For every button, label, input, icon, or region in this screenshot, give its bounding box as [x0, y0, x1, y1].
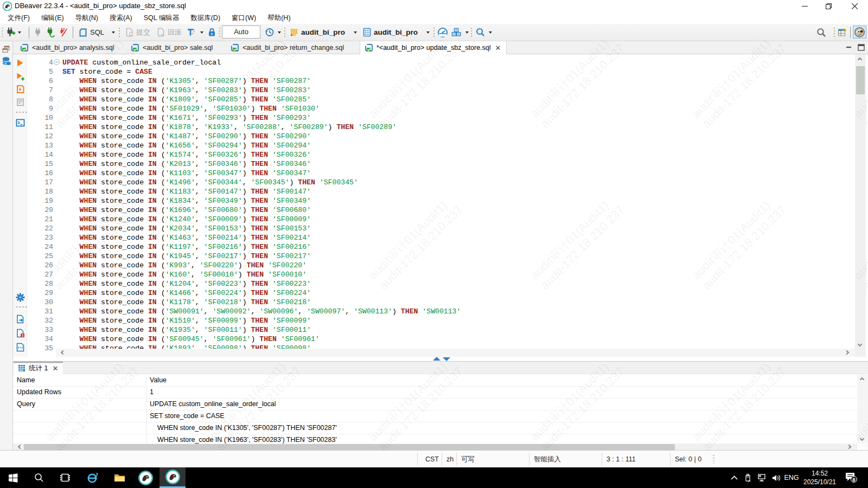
search-icon[interactable]: [816, 24, 827, 41]
statistics-tab-close-icon[interactable]: ✕: [52, 365, 58, 372]
tray-language[interactable]: ENG: [783, 467, 800, 488]
menu-item-6[interactable]: 窗口(W): [226, 12, 262, 24]
maximize-view-icon[interactable]: [858, 44, 865, 51]
window-minimize-button[interactable]: [795, 0, 814, 12]
ruler-overflow-dots[interactable]: ····: [16, 303, 24, 311]
dbeaver-taskbar-icon[interactable]: [132, 467, 158, 488]
execute-statement-icon[interactable]: [16, 59, 24, 67]
notification-center-icon[interactable]: 8: [840, 467, 863, 488]
tab-close-icon[interactable]: ✕: [495, 44, 501, 52]
editor-results-sash[interactable]: [13, 357, 868, 361]
editor-tab-2[interactable]: <audit_bi_pro> return_change.sql: [226, 41, 349, 54]
menu-item-7[interactable]: 帮助(H): [262, 12, 296, 24]
minimize-view-icon[interactable]: [846, 44, 852, 50]
execute-script-icon[interactable]: [16, 85, 24, 93]
results-vertical-scrollbar[interactable]: [857, 375, 868, 444]
menu-item-5[interactable]: 数据库(D): [185, 12, 226, 24]
fold-marker[interactable]: −: [54, 59, 60, 65]
internet-explorer-icon[interactable]: [79, 467, 105, 488]
dbeaver-taskbar-icon-active[interactable]: [159, 467, 186, 488]
user-avatar[interactable]: [853, 25, 866, 38]
reconnect-button[interactable]: [46, 24, 56, 41]
editor-tab-3-active[interactable]: *<audit_bi_pro> update_sbz_store.sql✕: [360, 41, 507, 54]
disconnect-button[interactable]: [59, 24, 68, 41]
column-divider[interactable]: [146, 375, 147, 444]
column-header-value[interactable]: Value: [150, 375, 167, 387]
file-explorer-icon[interactable]: [106, 467, 132, 488]
start-button[interactable]: [0, 467, 26, 488]
menu-item-0[interactable]: 文件(F): [0, 12, 35, 24]
schema-selector-dropdown[interactable]: [426, 31, 430, 34]
results-row-2[interactable]: SET store_code = CASE: [13, 410, 868, 422]
scroll-right-arrow[interactable]: [843, 349, 854, 356]
scroll-down-arrow[interactable]: [857, 436, 868, 443]
open-terminal-icon[interactable]: [16, 118, 24, 127]
scroll-up-arrow[interactable]: [857, 375, 868, 382]
results-row-1[interactable]: QueryUPDATE custom_online_sale_order_loc…: [13, 399, 868, 410]
restore-views-icon[interactable]: [2, 46, 10, 53]
transaction-mode-button[interactable]: [187, 24, 203, 41]
editor-tab-1[interactable]: <audit_bi_pro> sale.sql: [126, 41, 218, 54]
menu-item-2[interactable]: 导航(N): [69, 12, 104, 24]
execute-new-tab-icon[interactable]: [16, 72, 24, 81]
toolbar-search-dropdown[interactable]: [489, 31, 492, 34]
editor-tab-0[interactable]: <audit_bi_pro> analysis.sql: [16, 41, 120, 54]
problems-file-icon[interactable]: [16, 329, 24, 337]
task-view-icon[interactable]: [52, 467, 78, 488]
database-navigator-icon[interactable]: [2, 56, 11, 66]
sql-editor-dropdown[interactable]: [112, 31, 115, 34]
editor-horizontal-scrollbar[interactable]: [56, 349, 855, 357]
data-transfer-dropdown[interactable]: [465, 31, 469, 34]
ruler-overflow-dots[interactable]: ····: [16, 108, 24, 117]
results-row-3[interactable]: WHEN store_code IN ('K1305', 'SF00287') …: [13, 422, 868, 434]
menu-item-4[interactable]: SQL 编辑器: [138, 12, 185, 24]
code-line-14: WHEN store_code IN ('K1574', 'SF00326') …: [62, 150, 311, 159]
results-hscroll-thumb[interactable]: [24, 444, 675, 450]
sql-editor[interactable]: ···· ····: [13, 54, 868, 358]
tray-volume-icon[interactable]: [769, 467, 783, 488]
cell-value: SET store_code = CASE: [150, 410, 225, 422]
tray-chevron-icon[interactable]: [727, 467, 741, 488]
line-number: 20: [44, 206, 53, 215]
column-header-name[interactable]: Name: [17, 375, 35, 387]
editor-vertical-scrollbar[interactable]: [855, 54, 866, 350]
connect-button[interactable]: [34, 24, 43, 41]
editor-settings-gear-icon[interactable]: [16, 293, 24, 301]
new-connection-dropdown[interactable]: [18, 31, 21, 34]
editor-vscroll-thumb[interactable]: [856, 66, 865, 94]
scroll-down-arrow[interactable]: [855, 342, 866, 349]
sql-editor-button[interactable]: SQL: [78, 24, 115, 41]
statistics-tab[interactable]: 统计 1 ✕: [14, 362, 63, 375]
transaction-mode-dropdown[interactable]: [200, 31, 203, 34]
window-restore-button[interactable]: [819, 0, 838, 12]
variables-file-icon[interactable]: [16, 343, 24, 351]
toolbar-search-button[interactable]: [475, 24, 492, 41]
menu-item-3[interactable]: 搜索(A): [104, 12, 138, 24]
tray-clock[interactable]: 14:52 2025/10/21: [800, 467, 840, 488]
autocommit-lock-icon[interactable]: [207, 24, 216, 41]
statistics-table[interactable]: NameValueUpdated Rows1QueryUPDATE custom…: [13, 375, 868, 444]
scroll-up-arrow[interactable]: [855, 55, 866, 62]
sash-maximize-arrow[interactable]: [433, 357, 441, 361]
dashboard-button[interactable]: [437, 24, 448, 41]
database-selector[interactable]: audit_bi_pro: [290, 24, 357, 41]
taskbar-search-icon[interactable]: [26, 467, 52, 488]
tray-network-icon[interactable]: [755, 467, 769, 488]
transaction-log-button[interactable]: [264, 24, 281, 41]
perspective-icon[interactable]: [838, 24, 847, 41]
sash-minimize-arrow[interactable]: [443, 357, 450, 361]
sql-file-icon: [231, 43, 239, 52]
autocommit-combo[interactable]: Auto: [222, 25, 260, 38]
tray-usb-icon[interactable]: [741, 467, 755, 488]
scroll-left-arrow[interactable]: [57, 349, 68, 356]
output-file-icon[interactable]: [16, 314, 24, 323]
menu-item-1[interactable]: 编辑(E): [35, 12, 69, 24]
transaction-log-dropdown[interactable]: [278, 31, 281, 34]
data-transfer-button[interactable]: [451, 24, 469, 41]
database-selector-dropdown[interactable]: [354, 31, 357, 34]
results-row-0[interactable]: Updated Rows1: [13, 387, 868, 399]
new-connection-button[interactable]: [5, 24, 21, 41]
code-area[interactable]: UPDATE custom_online_sale_order_localSET…: [62, 54, 855, 350]
window-close-button[interactable]: [845, 0, 864, 12]
schema-selector[interactable]: audit_bi_pro: [362, 24, 430, 41]
